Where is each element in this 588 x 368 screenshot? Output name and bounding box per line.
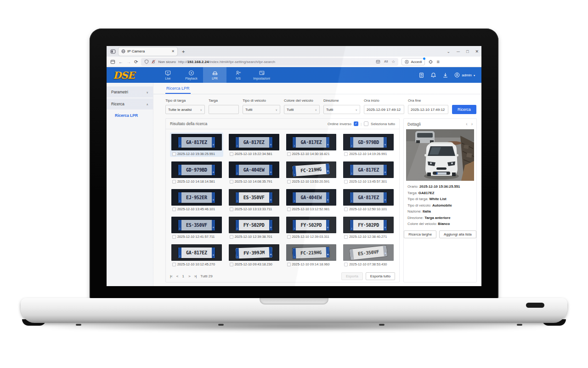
svg-text:AI: AI [239,71,241,74]
plate-image: I ES·350VF [229,189,279,206]
nav-item-playback[interactable]: Playback [180,67,203,83]
plate-result-card[interactable]: I GA·817EZ 2025-12-10 15:36:25.551 [170,132,223,157]
plate-result-card[interactable]: I FY·502PD 2025-12-10 12:39:38.701 [227,215,281,240]
back-icon[interactable]: ← [119,59,123,64]
shield-icon[interactable] [144,59,149,64]
plate-result-card[interactable]: I GA·817EZ 2025-12-10 14:30:16.821 [285,132,338,157]
plate-country-band: I [236,192,239,203]
plate-result-card[interactable]: I FV·399JM 2025-12-10 09:43:18.230 [227,243,281,267]
forward-icon[interactable]: → [126,59,131,64]
plate-checkbox[interactable] [172,152,176,156]
aggiungi-alla-lista-button[interactable]: Aggiungi alla lista [439,230,476,238]
plate-result-card[interactable]: I ES·350VF 2025-12-10 07:38:53.430 [342,243,395,267]
maximize-button[interactable]: □ [466,49,469,54]
plate-checkbox[interactable] [287,263,291,266]
minimize-button[interactable]: — [457,50,460,53]
plate-checkbox[interactable] [344,235,348,239]
tipo-veicolo-select[interactable]: Tutti∨ [243,105,280,114]
plate-result-card[interactable]: I EJ·952ER 2025-12-10 13:45:46.101 [170,188,223,212]
plate-result-card[interactable]: I FC·219HG 2025-12-10 09:14:18.960 [285,243,338,267]
plate-checkbox[interactable] [172,207,176,211]
colore-veicolo-select[interactable]: Tutti∨ [284,105,320,114]
ricerca-button[interactable]: Ricerca [452,105,476,114]
tab-title: IP Camera [127,49,170,53]
plate-result-card[interactable]: I ES·350VF 2025-12-10 13:13:33.711 [227,188,281,212]
nav-item-live[interactable]: Live [156,67,180,83]
plate-checkbox[interactable] [344,180,348,184]
plate-checkbox[interactable] [172,180,176,184]
plate-checkbox[interactable] [230,235,233,239]
log-icon[interactable] [418,72,424,78]
plate-checkbox[interactable] [172,235,176,239]
translate-icon[interactable]: A [384,59,388,64]
plate-checkbox[interactable] [230,263,233,266]
plate-result-card[interactable]: I GA·817EZ 2025-12-10 12:50:10.101 [342,188,395,212]
ordine-inverso-checkbox[interactable]: ✓ [354,121,358,126]
plate-result-card[interactable]: I GA·404EW 2025-12-10 14:08:35.791 [227,160,281,184]
ricerca-targhe-button[interactable]: Ricerca targhe [404,230,436,238]
list-tabs-icon[interactable]: ⌄ [447,49,450,54]
plate-checkbox[interactable] [287,207,291,211]
plate-checkbox[interactable] [287,235,291,239]
plate-checkbox[interactable] [344,263,348,266]
bell-icon[interactable] [430,72,436,78]
tab-close-icon[interactable]: ✕ [171,49,175,53]
plate-result-card[interactable]: I GA·817EZ 2025-12-10 10:12:45.270 [170,243,223,267]
ora-inizio-input[interactable] [364,105,404,114]
plate-result-card[interactable]: I ES·350VF 2025-12-10 12:41:57.711 [170,215,223,240]
ora-fine-input[interactable] [408,105,448,114]
nav-item-impostazioni[interactable]: Impostazioni [250,67,273,83]
targa-input[interactable] [209,105,239,114]
sidebar-item-ricerca[interactable]: Ricerca ∧ [107,98,153,109]
seleziona-tutto-checkbox[interactable] [364,121,368,126]
esporta-button[interactable]: Esporta [341,272,363,280]
save-page-icon[interactable] [376,59,380,64]
direzione-select[interactable]: Tutti∨ [323,105,360,114]
tipo-targa-select[interactable]: Tutte le analisi∨ [165,105,205,114]
new-tab-button[interactable]: + [182,49,185,54]
details-next-button[interactable]: › [471,121,473,126]
plate-checkbox[interactable] [344,152,348,156]
plate-result-card[interactable]: I GD·979BD 2025-12-10 14:19:26.991 [342,132,395,157]
tab-ricerca-lpr[interactable]: Ricerca LPR [165,83,191,94]
page-prev-button[interactable]: < [176,274,178,278]
accedi-button[interactable]: Accedi [401,58,425,65]
url-field[interactable]: Non sicuro http://192.168.2.24/index.htm… [141,58,398,66]
close-window-button[interactable]: ✕ [475,49,479,54]
plate-checkbox[interactable] [230,180,233,184]
plate-result-card[interactable]: I GA·817EZ 2025-12-10 13:45:57.301 [342,160,395,184]
plate-seal-dot [327,144,328,145]
download-icon[interactable] [442,72,448,78]
insecure-lock-icon[interactable] [151,59,156,64]
plate-checkbox[interactable] [230,152,233,156]
plate-result-card[interactable]: I GA·404EW 2025-12-10 13:12:52.981 [285,188,338,212]
page-next-button[interactable]: > [188,274,190,278]
firefox-view-icon[interactable] [109,48,117,55]
plate-checkbox[interactable] [287,152,291,156]
details-prev-button[interactable]: ‹ [466,121,467,126]
plate-checkbox[interactable] [230,207,233,211]
plate-result-card[interactable]: I GA·817EZ 2025-12-10 15:22:34.581 [227,132,281,157]
plate-checkbox[interactable] [344,207,348,211]
plate-result-card[interactable]: I GD·979BD 2025-12-10 14:18:14.581 [170,160,223,184]
extensions-icon[interactable] [428,59,433,64]
user-menu[interactable]: admin ▾ [454,72,475,78]
sidebar-item-parametri[interactable]: Parametri ∨ [107,86,153,98]
reload-icon[interactable]: ⟳ [134,59,138,64]
plate-result-card[interactable]: I FY·502PD 2025-12-10 12:38:40.271 [342,215,395,240]
plate-result-card[interactable]: I FY·502PD 2025-12-10 12:39:03.311 [285,215,338,240]
plate-result-card[interactable]: I FC·219HG 2025-12-10 13:53:20.591 [285,160,338,184]
plate-right-band [212,137,215,148]
plate-checkbox[interactable] [172,263,176,266]
esporta-tutto-button[interactable]: Esporta tutto [366,272,395,280]
nav-item-lpr[interactable]: LPR [203,67,226,83]
plate-checkbox[interactable] [287,180,291,184]
browser-tab-active[interactable]: IP Camera ✕ [119,47,177,56]
bookmark-star-icon[interactable]: ☆ [391,59,395,64]
page-first-button[interactable]: |< [170,274,172,278]
window-icon[interactable] [110,59,115,64]
page-last-button[interactable]: >| [194,274,197,278]
nav-item-ivs[interactable]: AI IVS [226,67,250,83]
menu-icon[interactable]: ≡ [436,59,439,64]
sidebar-item-ricerca-lpr[interactable]: Ricerca LPR [107,110,153,121]
